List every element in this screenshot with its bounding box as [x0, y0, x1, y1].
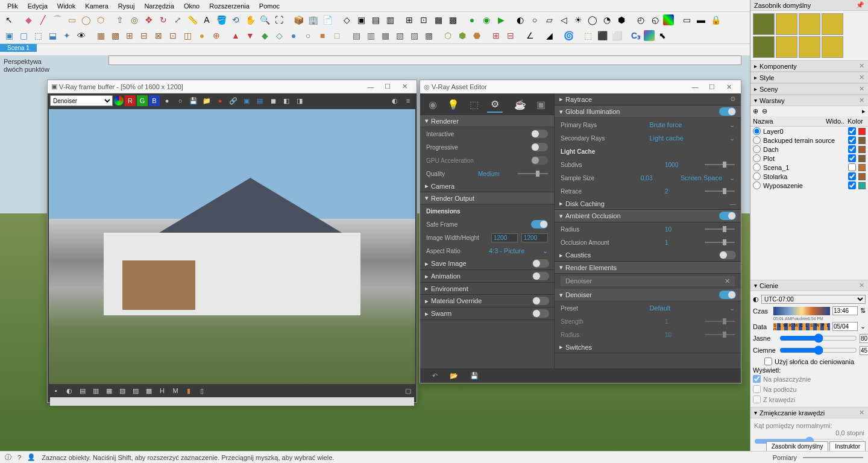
ae-tab-settings-icon[interactable]: ⚙ — [487, 96, 503, 113]
tray-tab-instructor[interactable]: Instruktor — [829, 441, 866, 452]
ae-subdivs-slider[interactable] — [705, 164, 735, 165]
layer-row[interactable]: Scena_1 — [750, 163, 868, 172]
measure-input[interactable] — [803, 457, 863, 458]
ae-minimize-icon[interactable]: — — [687, 83, 703, 90]
layer-color-swatch[interactable] — [858, 182, 866, 189]
ae-denoiser-toggle[interactable] — [719, 291, 736, 299]
sandbox1-icon[interactable]: ▦ — [94, 29, 107, 42]
layout-icon[interactable]: 📄 — [321, 13, 334, 27]
solid-union-icon[interactable]: ⊕ — [210, 29, 223, 42]
ae-undo-icon[interactable]: ↶ — [432, 372, 438, 380]
fb-track-icon[interactable]: ▤ — [254, 95, 266, 107]
fb-close-icon[interactable]: ✕ — [396, 83, 413, 90]
fb-foot6-icon[interactable]: ▧ — [116, 385, 128, 397]
outliner-icon[interactable]: ⬚ — [31, 29, 45, 42]
layer-color-swatch[interactable] — [858, 137, 866, 144]
layer-color-swatch[interactable] — [858, 128, 866, 135]
ae-quality-slider[interactable] — [518, 173, 548, 174]
layer-hdr-vis[interactable]: Wido.. — [826, 118, 848, 125]
jasne-slider[interactable] — [779, 333, 857, 343]
menu-view[interactable]: Widok — [52, 1, 81, 11]
ae-switches-section[interactable]: ▸ Switches — [555, 341, 741, 353]
fb-stop-icon[interactable]: ◼ — [267, 95, 279, 107]
vray-viewport-icon[interactable]: ▶ — [494, 13, 508, 27]
front-icon[interactable]: ▤ — [369, 13, 382, 27]
move-icon[interactable]: ✥ — [142, 13, 156, 27]
date-input[interactable] — [832, 322, 858, 331]
sandbox2-icon[interactable]: ▩ — [108, 29, 122, 42]
layer-color-swatch[interactable] — [858, 164, 866, 171]
material-swatch[interactable] — [799, 13, 820, 35]
orbit-icon[interactable]: ⟲ — [229, 13, 242, 27]
ae-tab-geometry-icon[interactable]: ⬚ — [467, 96, 482, 113]
box3-icon[interactable]: ⬜ — [610, 29, 623, 42]
sandbox6-icon[interactable]: ⊡ — [166, 29, 180, 42]
layers2-icon[interactable]: ▥ — [364, 29, 377, 42]
viewport[interactable]: Perspektywa dwóch punktów ▣ V-Ray frame … — [0, 55, 868, 451]
solid-sphere-icon[interactable]: ● — [195, 29, 209, 42]
fb-maximize-icon[interactable]: ☐ — [379, 83, 396, 90]
ae-titlebar[interactable]: ◎ V-Ray Asset Editor — ☐ ✕ — [420, 80, 741, 93]
ae-tab-render-icon[interactable]: ☕ — [512, 96, 528, 113]
vray-dome2-icon[interactable]: ◔ — [600, 13, 614, 27]
box1-icon[interactable]: ⬚ — [581, 29, 594, 42]
edit-comp-icon[interactable]: ⬓ — [46, 29, 59, 42]
fb-channel-select[interactable]: Denoiser — [50, 95, 113, 106]
material-swatch[interactable] — [822, 13, 843, 35]
sceny-section[interactable]: ▸ Sceny✕ — [750, 83, 868, 95]
fb-render-image[interactable] — [49, 109, 415, 384]
tray-pin-icon[interactable]: 📌 — [856, 1, 864, 9]
material-swatch[interactable] — [799, 36, 820, 58]
ae-aspect-dropdown[interactable]: 4:3 - Picture⌄ — [489, 247, 548, 255]
fb-a-icon[interactable]: ◧ — [280, 95, 292, 107]
jasne-input[interactable] — [860, 334, 868, 343]
plugin2-icon[interactable]: ⬢ — [456, 29, 469, 42]
layer-radio[interactable] — [753, 136, 761, 144]
komponenty-section[interactable]: ▸ Komponenty✕ — [750, 60, 868, 72]
fb-foot11-icon[interactable]: ▮ — [183, 385, 195, 397]
layer-color-swatch[interactable] — [858, 173, 866, 180]
fb-rgb-icon[interactable] — [114, 96, 124, 106]
layers3-icon[interactable]: ▦ — [379, 29, 392, 42]
layer-remove-icon[interactable]: ⊖ — [762, 107, 767, 115]
ae-camera-section[interactable]: ▸ Camera — [420, 180, 554, 192]
menu-file[interactable]: Plik — [2, 1, 23, 11]
material-swatch[interactable] — [776, 13, 797, 35]
ciemne-input[interactable] — [860, 346, 868, 355]
tray-tab-default[interactable]: Zasobnik domyślny — [766, 441, 829, 452]
material-swatch[interactable] — [776, 36, 797, 58]
layer-radio[interactable] — [753, 181, 761, 189]
ae-maximize-icon[interactable]: ☐ — [703, 83, 720, 91]
layer-row[interactable]: Backuped terrain source — [750, 136, 868, 145]
status-user-icon[interactable]: 👤 — [27, 453, 36, 461]
fb-foot12-icon[interactable]: ▯ — [196, 385, 208, 397]
layer-radio[interactable] — [753, 172, 761, 180]
plugin3-icon[interactable]: ⬣ — [470, 29, 483, 42]
grid-red2-icon[interactable]: ⊟ — [504, 29, 517, 42]
line-tool-icon[interactable]: ╱ — [36, 13, 49, 27]
ae-close-icon[interactable]: ✕ — [720, 83, 737, 91]
ae-renderer-section[interactable]: ▾ Renderer — [420, 115, 554, 127]
ae-radius-slider[interactable] — [705, 228, 735, 230]
ext6-icon[interactable]: ○ — [301, 29, 315, 42]
ae-swarm-toggle[interactable] — [532, 309, 549, 318]
vray-light-icon[interactable]: ◐ — [514, 13, 527, 27]
tray-title[interactable]: Zasobnik domyślny📌 — [750, 0, 868, 11]
ae-safe-frame-toggle[interactable] — [531, 220, 548, 228]
cienie-section[interactable]: ▾ Cienie✕ — [750, 280, 868, 291]
time-spinner-icon[interactable]: ⇅ — [860, 307, 866, 315]
layer-radio[interactable] — [753, 127, 761, 135]
sandbox4-icon[interactable]: ⊟ — [137, 29, 151, 42]
fb-region-icon[interactable]: ▣ — [241, 95, 253, 107]
ae-sample-mode-dropdown[interactable]: Screen Space⌄ — [681, 174, 735, 182]
section-close-icon[interactable]: ✕ — [859, 62, 864, 70]
sandbox7-icon[interactable]: ◫ — [181, 29, 194, 42]
ae-progressive-toggle[interactable] — [531, 143, 548, 151]
layer-color-swatch[interactable] — [858, 146, 866, 153]
layer-row[interactable]: Plot — [750, 154, 868, 163]
ae-raytrace-section[interactable]: ▸ Raytrace⚙ — [555, 93, 741, 106]
layer-row[interactable]: Stolarka — [750, 172, 868, 181]
fb-foot-end-icon[interactable]: ▢ — [402, 385, 414, 397]
shaded-icon[interactable]: ▦ — [432, 13, 445, 27]
fb-mono-icon[interactable]: ● — [161, 95, 173, 107]
